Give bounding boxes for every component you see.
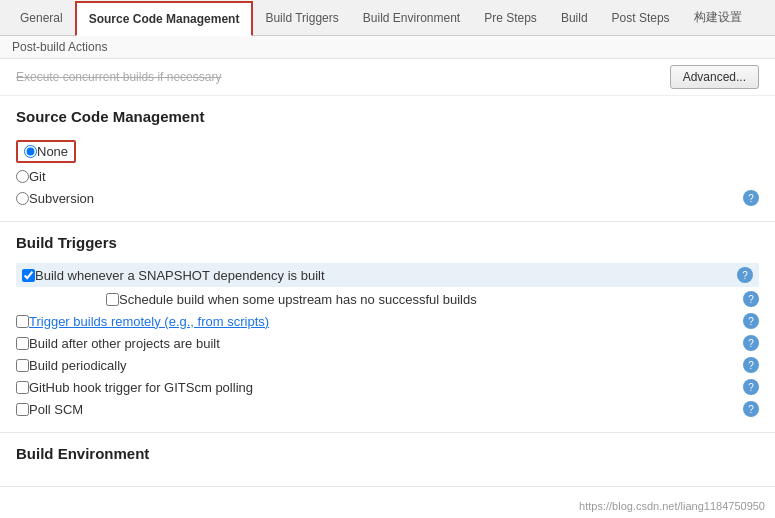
trigger-upstream-checkbox[interactable] [106, 293, 119, 306]
scm-subversion-row: Subversion ? [16, 187, 759, 209]
tab-general[interactable]: General [8, 0, 75, 35]
scm-none-row: None [16, 137, 759, 166]
content-area: Execute concurrent builds if necessary A… [0, 59, 775, 517]
scm-subversion-label: Subversion [29, 191, 94, 206]
trigger-poll-scm-row: Poll SCM ? [16, 398, 759, 420]
scm-git-radio[interactable] [16, 170, 29, 183]
source-code-management-section: Source Code Management None Git Subversi… [0, 96, 775, 222]
tab-build-settings[interactable]: 构建设置 [682, 0, 754, 35]
trigger-github-help-icon[interactable]: ? [743, 379, 759, 395]
trigger-github-label: GitHub hook trigger for GITScm polling [29, 380, 253, 395]
trigger-after-projects-label: Build after other projects are built [29, 336, 220, 351]
scm-none-label: None [37, 144, 68, 159]
tab-pre-steps[interactable]: Pre Steps [472, 0, 549, 35]
build-environment-section: Build Environment [0, 433, 775, 487]
tab-build[interactable]: Build [549, 0, 600, 35]
sub-header: Post-build Actions [0, 36, 775, 59]
scm-subversion-radio[interactable] [16, 192, 29, 205]
trigger-remote-row: Trigger builds remotely (e.g., from scri… [16, 310, 759, 332]
trigger-remote-label: Trigger builds remotely (e.g., from scri… [29, 314, 269, 329]
trigger-after-projects-help-icon[interactable]: ? [743, 335, 759, 351]
trigger-snapshot-label: Build whenever a SNAPSHOT dependency is … [35, 268, 325, 283]
trigger-github-checkbox[interactable] [16, 381, 29, 394]
scm-git-row: Git [16, 166, 759, 187]
build-triggers-title: Build Triggers [16, 234, 759, 251]
trigger-poll-scm-help-icon[interactable]: ? [743, 401, 759, 417]
trigger-after-projects-checkbox[interactable] [16, 337, 29, 350]
tab-build-triggers[interactable]: Build Triggers [253, 0, 350, 35]
tab-source-code-management[interactable]: Source Code Management [75, 1, 254, 36]
trigger-snapshot-row: Build whenever a SNAPSHOT dependency is … [16, 263, 759, 287]
watermark: https://blog.csdn.net/liang1184750950 [579, 500, 765, 512]
trigger-upstream-row: Schedule build when some upstream has no… [16, 288, 759, 310]
tab-post-steps[interactable]: Post Steps [600, 0, 682, 35]
trigger-remote-checkbox[interactable] [16, 315, 29, 328]
build-environment-title: Build Environment [16, 445, 759, 462]
tab-bar: General Source Code Management Build Tri… [0, 0, 775, 36]
scm-none-box: None [16, 140, 76, 163]
trigger-snapshot-help-icon[interactable]: ? [737, 267, 753, 283]
trigger-github-row: GitHub hook trigger for GITScm polling ? [16, 376, 759, 398]
trigger-periodically-row: Build periodically ? [16, 354, 759, 376]
trigger-after-projects-row: Build after other projects are built ? [16, 332, 759, 354]
build-triggers-section: Build Triggers Build whenever a SNAPSHOT… [0, 222, 775, 433]
scm-none-radio[interactable] [24, 145, 37, 158]
trigger-periodically-checkbox[interactable] [16, 359, 29, 372]
trigger-poll-scm-label: Poll SCM [29, 402, 83, 417]
scm-subversion-help-icon[interactable]: ? [743, 190, 759, 206]
tab-build-environment[interactable]: Build Environment [351, 0, 472, 35]
scm-git-label: Git [29, 169, 46, 184]
trigger-upstream-help-icon[interactable]: ? [743, 291, 759, 307]
source-code-management-title: Source Code Management [16, 108, 759, 125]
trigger-snapshot-checkbox[interactable] [22, 269, 35, 282]
trigger-upstream-label: Schedule build when some upstream has no… [119, 292, 477, 307]
execute-concurrent-text: Execute concurrent builds if necessary [16, 70, 221, 84]
trigger-periodically-label: Build periodically [29, 358, 127, 373]
trigger-remote-help-icon[interactable]: ? [743, 313, 759, 329]
trigger-periodically-help-icon[interactable]: ? [743, 357, 759, 373]
advanced-button[interactable]: Advanced... [670, 65, 759, 89]
trigger-poll-scm-checkbox[interactable] [16, 403, 29, 416]
